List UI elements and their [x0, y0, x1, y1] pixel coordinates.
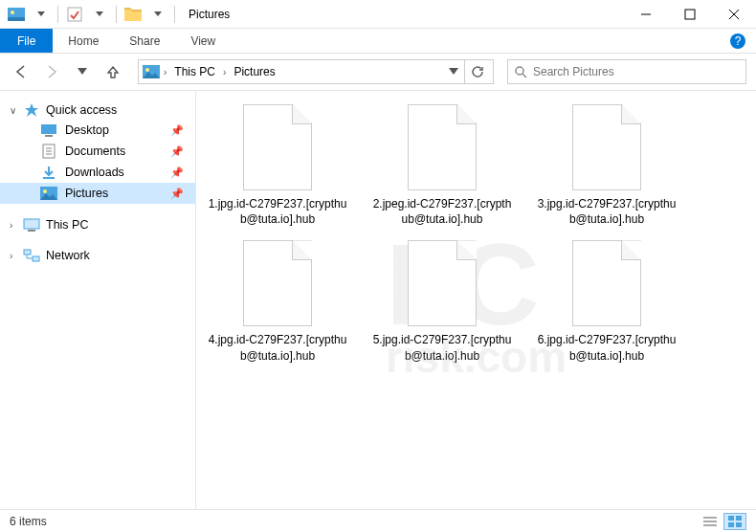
- chevron-right-icon[interactable]: ›: [10, 251, 12, 261]
- body: ∨ Quick access Desktop📌Documents📌Downloa…: [0, 90, 756, 509]
- up-button[interactable]: [101, 60, 124, 83]
- documents-icon: [40, 144, 57, 158]
- sidebar-item-pictures[interactable]: Pictures📌: [0, 183, 195, 204]
- back-button[interactable]: [10, 60, 33, 83]
- svg-rect-23: [24, 250, 31, 255]
- file-icon: [572, 104, 641, 190]
- file-icon: [243, 240, 312, 326]
- help-button[interactable]: ?: [729, 29, 746, 53]
- chevron-down-icon[interactable]: ∨: [10, 105, 16, 116]
- titlebar: Pictures: [0, 0, 756, 29]
- separator: [57, 6, 58, 23]
- pictures-icon: [40, 187, 57, 200]
- chevron-right-icon[interactable]: ›: [10, 220, 12, 231]
- sidebar-item-label: Documents: [65, 144, 125, 158]
- chevron-right-icon[interactable]: ›: [219, 67, 230, 78]
- file-name: 6.jpg.id-C279F237.[crypthub@tuta.io].hub: [535, 332, 678, 363]
- status-bar: 6 items: [0, 509, 756, 532]
- file-item[interactable]: 6.jpg.id-C279F237.[crypthub@tuta.io].hub: [535, 240, 678, 363]
- sidebar-item-label: Downloads: [65, 166, 124, 179]
- file-tab[interactable]: File: [0, 29, 53, 53]
- breadcrumb-segment[interactable]: This PC: [170, 65, 219, 78]
- search-input[interactable]: [533, 65, 740, 78]
- svg-point-9: [145, 68, 149, 72]
- app-icon: [6, 4, 27, 25]
- breadcrumb-dropdown-button[interactable]: [442, 60, 465, 83]
- network-header[interactable]: › Network: [0, 246, 195, 265]
- maximize-button[interactable]: [668, 0, 712, 29]
- navigation-toolbar: › This PC › Pictures: [0, 54, 756, 90]
- refresh-button[interactable]: [464, 59, 489, 84]
- svg-point-2: [11, 11, 14, 14]
- recent-locations-button[interactable]: [71, 60, 94, 83]
- pin-icon: 📌: [170, 188, 184, 200]
- svg-rect-1: [8, 17, 25, 21]
- pictures-icon: [143, 65, 160, 78]
- svg-rect-5: [685, 10, 695, 19]
- svg-rect-22: [28, 230, 35, 232]
- star-icon: [23, 103, 40, 117]
- breadcrumb-segment[interactable]: Pictures: [230, 65, 278, 78]
- pin-icon: 📌: [170, 124, 184, 137]
- file-icon: [408, 240, 477, 326]
- file-icon: [243, 104, 312, 190]
- chevron-down-icon[interactable]: [89, 4, 110, 25]
- sidebar-item-desktop[interactable]: Desktop📌: [0, 120, 195, 141]
- pin-icon: 📌: [170, 145, 184, 158]
- chevron-down-icon[interactable]: [147, 4, 168, 25]
- svg-rect-24: [33, 256, 39, 261]
- close-button[interactable]: [712, 0, 756, 29]
- minimize-button[interactable]: [624, 0, 668, 29]
- tab-view[interactable]: View: [175, 29, 231, 53]
- network-label: Network: [46, 249, 90, 262]
- desktop-icon: [40, 123, 57, 137]
- breadcrumb[interactable]: › This PC › Pictures: [138, 59, 494, 84]
- svg-rect-30: [728, 522, 734, 527]
- properties-icon[interactable]: [64, 4, 85, 25]
- thumbnails-view-button[interactable]: [723, 513, 746, 530]
- file-item[interactable]: 5.jpg.id-C279F237.[crypthub@tuta.io].hub: [370, 240, 514, 363]
- sidebar: ∨ Quick access Desktop📌Documents📌Downloa…: [0, 91, 196, 509]
- sidebar-item-label: Pictures: [65, 187, 108, 200]
- network-icon: [23, 249, 40, 262]
- file-item[interactable]: 1.jpg.id-C279F237.[crypthub@tuta.io].hub: [206, 104, 349, 227]
- item-count: 6 items: [10, 515, 47, 528]
- chevron-down-icon[interactable]: [31, 4, 52, 25]
- details-view-button[interactable]: [699, 513, 722, 530]
- downloads-icon: [40, 166, 57, 179]
- svg-rect-21: [24, 219, 39, 229]
- file-name: 4.jpg.id-C279F237.[crypthub@tuta.io].hub: [206, 332, 349, 363]
- tab-share[interactable]: Share: [114, 29, 175, 53]
- file-item[interactable]: 4.jpg.id-C279F237.[crypthub@tuta.io].hub: [206, 240, 349, 363]
- search-box[interactable]: [507, 59, 746, 84]
- svg-rect-12: [41, 124, 56, 134]
- sidebar-item-downloads[interactable]: Downloads📌: [0, 162, 195, 183]
- quick-access-toolbar: Pictures: [0, 4, 230, 25]
- svg-line-11: [523, 74, 526, 78]
- search-icon: [514, 65, 527, 78]
- file-icon: [408, 104, 477, 190]
- pin-icon: 📌: [170, 166, 184, 179]
- file-item[interactable]: 2.jpeg.id-C279F237.[crypthub@tuta.io].hu…: [370, 104, 514, 227]
- svg-rect-28: [728, 516, 734, 521]
- this-pc-header[interactable]: › This PC: [0, 215, 195, 234]
- file-item[interactable]: 3.jpg.id-C279F237.[crypthub@tuta.io].hub: [535, 104, 678, 227]
- folder-icon[interactable]: [122, 4, 144, 25]
- file-icon: [572, 240, 641, 326]
- file-list[interactable]: PCrisk.com 1.jpg.id-C279F237.[crypthub@t…: [196, 91, 756, 509]
- this-pc-label: This PC: [46, 218, 88, 232]
- tab-home[interactable]: Home: [53, 29, 114, 53]
- window-controls: [624, 0, 756, 29]
- chevron-right-icon[interactable]: ›: [160, 67, 170, 78]
- file-name: 1.jpg.id-C279F237.[crypthub@tuta.io].hub: [206, 196, 349, 227]
- svg-rect-31: [736, 522, 742, 527]
- sidebar-item-documents[interactable]: Documents📌: [0, 141, 195, 162]
- ribbon: File Home Share View ?: [0, 29, 756, 54]
- forward-button[interactable]: [40, 60, 63, 83]
- separator: [116, 6, 117, 23]
- svg-text:?: ?: [735, 34, 742, 48]
- file-name: 5.jpg.id-C279F237.[crypthub@tuta.io].hub: [370, 332, 514, 363]
- svg-rect-3: [68, 8, 81, 21]
- quick-access-header[interactable]: ∨ Quick access: [0, 100, 195, 120]
- file-name: 3.jpg.id-C279F237.[crypthub@tuta.io].hub: [535, 196, 678, 227]
